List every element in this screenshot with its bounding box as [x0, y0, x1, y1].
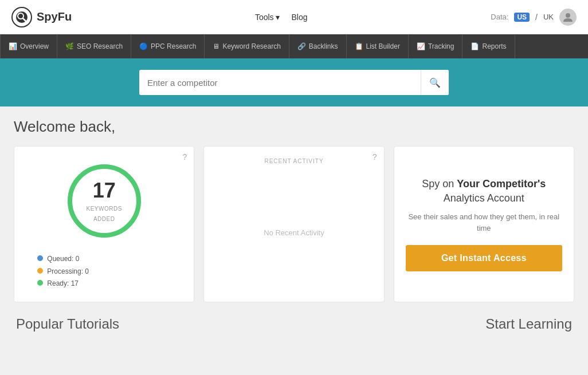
nav-label-reports: Reports: [482, 42, 506, 50]
keywords-card: ? 17 KEYWORDS ADDED Queued: 0 Pr: [14, 146, 194, 302]
no-activity-label: No Recent Activity: [264, 228, 324, 237]
ppc-icon: 🔵: [139, 42, 148, 50]
logo-area: SpyFu: [11, 7, 72, 27]
data-us-button[interactable]: US: [514, 13, 530, 22]
keywords-help-icon[interactable]: ?: [183, 152, 187, 161]
logo-text: SpyFu: [37, 10, 72, 23]
nav-item-ppc-research[interactable]: 🔵 PPC Research: [131, 34, 205, 58]
user-avatar[interactable]: [559, 9, 577, 26]
backlinks-icon: 🔗: [297, 42, 306, 50]
nav-item-backlinks[interactable]: 🔗 Backlinks: [289, 34, 347, 58]
nav-item-reports[interactable]: 📄 Reports: [462, 34, 515, 58]
data-separator: /: [535, 13, 538, 22]
activity-title: RECENT ACTIVITY: [264, 158, 323, 164]
data-uk-button[interactable]: UK: [543, 13, 554, 21]
search-input[interactable]: [139, 78, 421, 88]
nav-item-seo-research[interactable]: 🌿 SEO Research: [57, 34, 131, 58]
activity-help-icon[interactable]: ?: [373, 152, 377, 161]
legend-processing: Processing: 0: [37, 266, 89, 278]
listbuilder-icon: 📋: [355, 42, 363, 50]
logo-icon: [11, 7, 32, 27]
nav-label-keyword: Keyword Research: [222, 42, 280, 50]
cards-row: ? 17 KEYWORDS ADDED Queued: 0 Pr: [14, 146, 574, 302]
nav-label-seo: SEO Research: [77, 42, 123, 50]
search-banner: 🔍: [0, 58, 588, 106]
competitor-headline: Spy on Your Competitor's Analytics Accou…: [422, 177, 546, 206]
legend-queued: Queued: 0: [37, 253, 89, 266]
main-content: Welcome back, ? 17 KEYWORDS ADDED Queued…: [0, 106, 588, 344]
seo-icon: 🌿: [65, 42, 74, 50]
chevron-down-icon: ▾: [276, 13, 280, 22]
data-label: Data:: [491, 13, 508, 21]
legend-ready: Ready: 17: [37, 278, 89, 290]
tools-label: Tools: [255, 13, 274, 22]
overview-icon: 📊: [9, 42, 17, 50]
queued-dot: [37, 255, 43, 261]
top-right-controls: Data: US / UK: [491, 9, 577, 26]
activity-card: ? RECENT ACTIVITY No Recent Activity: [203, 146, 384, 302]
get-instant-access-button[interactable]: Get Instant Access: [406, 245, 562, 271]
competitor-headline-normal: Spy on: [422, 178, 457, 190]
ready-dot: [37, 280, 43, 286]
top-header: SpyFu Tools ▾ Blog Data: US / UK: [0, 0, 588, 34]
search-button[interactable]: 🔍: [421, 70, 449, 95]
search-box: 🔍: [139, 70, 449, 95]
keywords-circle: 17 KEYWORDS ADDED: [61, 158, 147, 244]
ready-label: Ready: 17: [47, 279, 79, 287]
nav-label-ppc: PPC Research: [151, 42, 196, 50]
competitor-subheadline: Analytics Account: [444, 192, 524, 204]
popular-tutorials-heading: Popular Tutorials: [16, 316, 119, 332]
nav-label-overview: Overview: [20, 42, 49, 50]
competitor-description: See their sales and how they get them, i…: [406, 211, 562, 234]
queued-label: Queued: 0: [47, 255, 79, 263]
top-nav: Tools ▾ Blog: [255, 13, 308, 22]
tracking-icon: 📈: [417, 42, 425, 50]
tools-link[interactable]: Tools ▾: [255, 13, 280, 22]
nav-label-tracking: Tracking: [428, 42, 454, 50]
bottom-row: Popular Tutorials Start Learning: [14, 316, 574, 332]
blog-label: Blog: [291, 13, 307, 22]
svg-point-3: [566, 13, 570, 18]
main-nav: 📊 Overview 🌿 SEO Research 🔵 PPC Research…: [0, 34, 588, 58]
nav-label-listbuilder: List Builder: [366, 42, 400, 50]
start-learning-heading: Start Learning: [485, 316, 572, 332]
search-icon: 🔍: [429, 78, 441, 88]
keywords-label: KEYWORDS ADDED: [86, 206, 121, 222]
keywords-legend: Queued: 0 Processing: 0 Ready: 17: [37, 253, 89, 290]
nav-item-list-builder[interactable]: 📋 List Builder: [347, 34, 409, 58]
processing-dot: [37, 268, 43, 274]
reports-icon: 📄: [471, 42, 479, 50]
competitor-headline-bold: Your Competitor's: [457, 178, 546, 190]
competitor-card: Spy on Your Competitor's Analytics Accou…: [394, 146, 574, 302]
blog-link[interactable]: Blog: [291, 13, 307, 22]
nav-label-backlinks: Backlinks: [309, 42, 338, 50]
keywords-number: 17: [83, 179, 126, 203]
nav-item-tracking[interactable]: 📈 Tracking: [409, 34, 463, 58]
processing-label: Processing: 0: [47, 267, 89, 275]
nav-item-keyword-research[interactable]: 🖥 Keyword Research: [205, 34, 289, 58]
nav-item-overview[interactable]: 📊 Overview: [0, 34, 57, 58]
keyword-icon: 🖥: [213, 42, 219, 50]
circle-text: 17 KEYWORDS ADDED: [83, 179, 126, 223]
welcome-heading: Welcome back,: [14, 118, 574, 136]
